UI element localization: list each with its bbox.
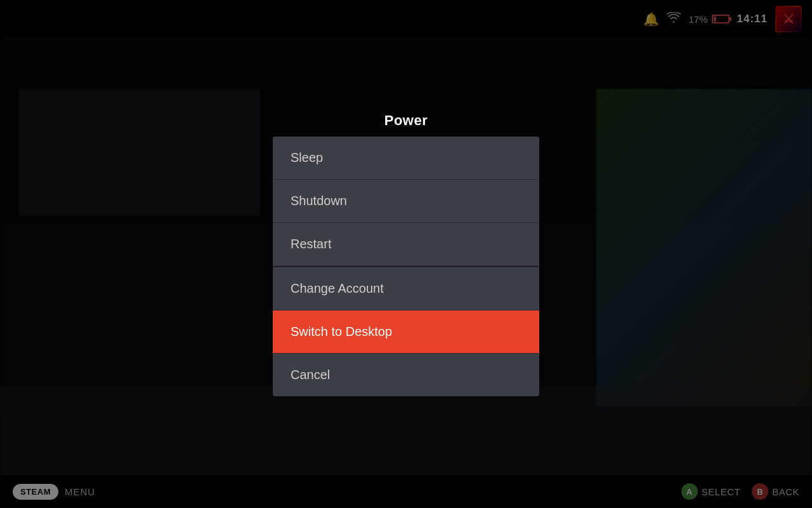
menu-item-shutdown[interactable]: Shutdown (273, 180, 539, 223)
power-dialog-title: Power (273, 112, 539, 129)
menu-item-change-account[interactable]: Change Account (273, 266, 539, 311)
menu-item-cancel[interactable]: Cancel (273, 354, 539, 396)
power-dialog: Power Sleep Shutdown Restart Change Acco… (273, 112, 539, 396)
menu-item-restart[interactable]: Restart (273, 223, 539, 266)
menu-item-switch-to-desktop[interactable]: Switch to Desktop (273, 311, 539, 354)
menu-item-sleep[interactable]: Sleep (273, 137, 539, 180)
modal-overlay: Power Sleep Shutdown Restart Change Acco… (0, 0, 812, 508)
power-menu-list: Sleep Shutdown Restart Change Account Sw… (273, 137, 539, 396)
